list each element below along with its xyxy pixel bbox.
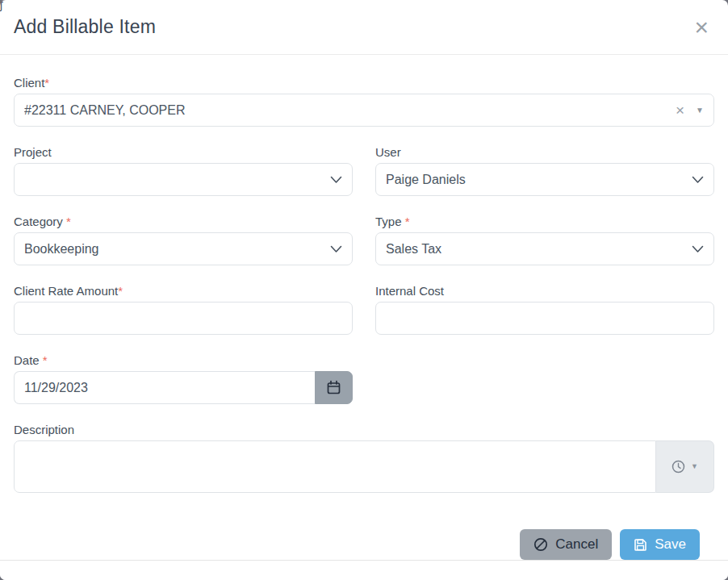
description-textarea[interactable] [14,440,656,493]
user-field-group: User Paige Daniels [375,145,714,196]
close-icon[interactable]: × [691,17,712,38]
modal-footer [0,560,728,580]
modal-header: Add Billable Item × [0,0,728,55]
user-select[interactable]: Paige Daniels [375,163,714,196]
date-input[interactable] [14,371,315,404]
client-rate-amount-label-text: Client Rate Amount [14,284,118,298]
description-field-group: Description ▼ [14,423,714,493]
project-user-row: Project User Paige Daniels [14,145,714,215]
modal-body: Client* #22311 CARNEY, COOPER × ▼ Projec… [0,55,728,560]
calendar-icon [326,380,341,395]
client-select[interactable]: #22311 CARNEY, COOPER × ▼ [14,94,714,127]
action-button-row: Cancel Save [14,511,714,560]
type-field-group: Type * Sales Tax [375,215,714,265]
client-field-group: Client* #22311 CARNEY, COOPER × ▼ [14,76,714,127]
client-label-text: Client [14,76,44,90]
page-background: { "modal": { "title": "Add Billable Item… [0,0,728,580]
client-rate-amount-required-asterisk: * [118,284,123,298]
chevron-down-icon[interactable]: ▼ [696,106,704,115]
save-button[interactable]: Save [620,529,700,560]
clock-icon [672,460,685,474]
type-selected-value: Sales Tax [386,242,692,257]
date-required-asterisk: * [40,353,48,367]
chevron-down-icon [330,245,342,253]
category-required-asterisk: * [63,215,71,228]
chevron-down-icon [330,176,342,184]
internal-cost-label: Internal Cost [375,284,714,298]
date-row-spacer [375,353,714,423]
rate-cost-row: Client Rate Amount* Internal Cost [14,284,714,353]
category-type-row: Category * Bookkeeping Type * Sales Tax [14,215,714,284]
type-select[interactable]: Sales Tax [375,232,714,265]
project-label: Project [14,145,353,159]
date-label-text: Date [14,353,40,367]
category-label: Category * [14,215,353,228]
category-label-text: Category [14,215,63,228]
client-rate-amount-label: Client Rate Amount* [14,284,353,298]
add-billable-item-modal: Add Billable Item × Client* #22311 CARNE… [0,0,728,580]
save-icon [634,538,647,552]
date-label: Date * [14,353,353,367]
clear-selection-icon[interactable]: × [676,102,684,118]
type-label: Type * [375,215,714,228]
cursor-artifact: ʃ [0,0,2,10]
internal-cost-field-group: Internal Cost [375,284,714,335]
type-label-text: Type [375,215,402,228]
project-field-group: Project [14,145,353,196]
chevron-down-icon [692,176,704,184]
client-label: Client* [14,76,714,90]
date-input-group [14,371,353,404]
client-selected-value: #22311 CARNEY, COOPER [24,103,676,118]
save-button-label: Save [655,536,686,553]
date-field-group: Date * [14,353,353,404]
client-rate-amount-input[interactable] [14,302,353,335]
cancel-button-label: Cancel [555,536,598,553]
category-selected-value: Bookkeeping [24,242,330,257]
user-label: User [375,145,714,159]
ban-icon [533,537,548,552]
chevron-down-icon [692,245,704,253]
date-picker-button[interactable] [315,371,353,404]
internal-cost-input[interactable] [375,302,714,335]
type-required-asterisk: * [402,215,410,228]
caret-down-icon: ▼ [691,463,698,470]
client-required-asterisk: * [44,76,49,90]
modal-title: Add Billable Item [14,16,156,38]
date-row: Date * [14,353,714,423]
cancel-button[interactable]: Cancel [520,529,612,560]
client-rate-amount-field-group: Client Rate Amount* [14,284,353,335]
category-select[interactable]: Bookkeeping [14,232,353,265]
description-input-group: ▼ [14,440,714,493]
description-label: Description [14,423,714,436]
timer-dropdown-button[interactable]: ▼ [656,440,714,493]
project-select[interactable] [14,163,353,196]
category-field-group: Category * Bookkeeping [14,215,353,265]
user-selected-value: Paige Daniels [386,173,692,187]
